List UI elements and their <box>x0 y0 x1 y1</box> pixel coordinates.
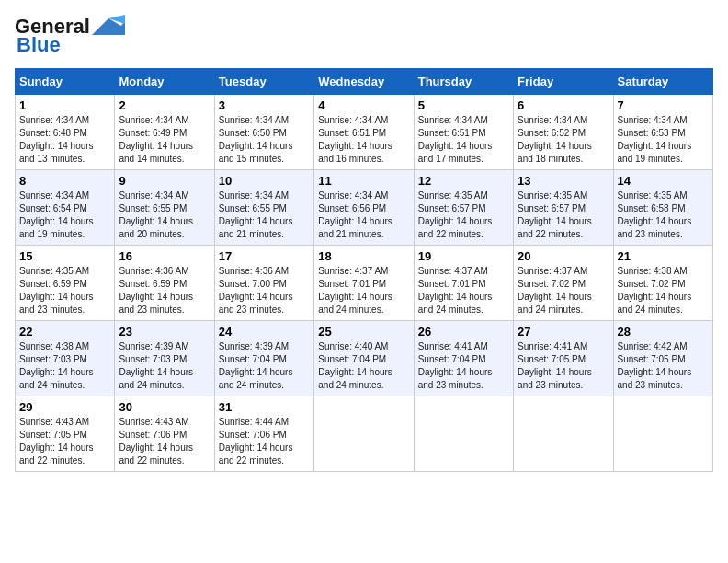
day-info: Sunrise: 4:40 AMSunset: 7:04 PMDaylight:… <box>318 341 392 390</box>
day-info: Sunrise: 4:34 AMSunset: 6:50 PMDaylight:… <box>219 115 293 164</box>
day-info: Sunrise: 4:36 AMSunset: 6:59 PMDaylight:… <box>119 266 193 315</box>
calendar-week-row: 8 Sunrise: 4:34 AMSunset: 6:54 PMDayligh… <box>16 170 713 246</box>
day-number: 13 <box>518 174 609 188</box>
calendar-week-row: 15 Sunrise: 4:35 AMSunset: 6:59 PMDaylig… <box>16 246 713 321</box>
calendar-cell: 13 Sunrise: 4:35 AMSunset: 6:57 PMDaylig… <box>514 170 613 246</box>
day-number: 8 <box>19 174 110 188</box>
day-info: Sunrise: 4:43 AMSunset: 7:06 PMDaylight:… <box>119 417 193 465</box>
day-info: Sunrise: 4:41 AMSunset: 7:05 PMDaylight:… <box>518 341 592 390</box>
day-info: Sunrise: 4:34 AMSunset: 6:55 PMDaylight:… <box>219 190 293 239</box>
day-info: Sunrise: 4:42 AMSunset: 7:05 PMDaylight:… <box>618 341 692 390</box>
day-info: Sunrise: 4:35 AMSunset: 6:59 PMDaylight:… <box>19 266 94 315</box>
day-info: Sunrise: 4:36 AMSunset: 7:00 PMDaylight:… <box>219 266 293 315</box>
calendar-cell: 29 Sunrise: 4:43 AMSunset: 7:05 PMDaylig… <box>16 396 115 472</box>
day-number: 24 <box>219 325 310 339</box>
header: General Blue <box>15 15 713 57</box>
day-info: Sunrise: 4:39 AMSunset: 7:04 PMDaylight:… <box>219 341 293 390</box>
day-number: 20 <box>518 249 609 263</box>
day-number: 21 <box>618 249 709 263</box>
day-number: 22 <box>19 325 110 339</box>
day-number: 25 <box>318 325 409 339</box>
day-number: 6 <box>518 98 609 112</box>
calendar-cell: 26 Sunrise: 4:41 AMSunset: 7:04 PMDaylig… <box>414 321 513 396</box>
day-info: Sunrise: 4:37 AMSunset: 7:01 PMDaylight:… <box>318 266 392 315</box>
day-info: Sunrise: 4:41 AMSunset: 7:04 PMDaylight:… <box>418 341 493 390</box>
logo-blue: Blue <box>17 33 61 57</box>
logo-icon <box>92 15 125 35</box>
calendar-cell: 4 Sunrise: 4:34 AMSunset: 6:51 PMDayligh… <box>314 95 414 170</box>
day-info: Sunrise: 4:38 AMSunset: 7:02 PMDaylight:… <box>618 266 692 315</box>
calendar-cell: 10 Sunrise: 4:34 AMSunset: 6:55 PMDaylig… <box>214 170 313 246</box>
day-info: Sunrise: 4:35 AMSunset: 6:57 PMDaylight:… <box>418 190 493 239</box>
day-number: 26 <box>418 325 509 339</box>
calendar-cell: 8 Sunrise: 4:34 AMSunset: 6:54 PMDayligh… <box>16 170 115 246</box>
weekday-header-row: SundayMondayTuesdayWednesdayThursdayFrid… <box>16 69 713 95</box>
calendar-week-row: 1 Sunrise: 4:34 AMSunset: 6:48 PMDayligh… <box>16 95 713 170</box>
day-number: 7 <box>618 98 709 112</box>
calendar: SundayMondayTuesdayWednesdayThursdayFrid… <box>15 68 713 472</box>
weekday-header: Sunday <box>16 69 115 95</box>
day-info: Sunrise: 4:35 AMSunset: 6:57 PMDaylight:… <box>518 190 592 239</box>
day-info: Sunrise: 4:37 AMSunset: 7:01 PMDaylight:… <box>418 266 493 315</box>
calendar-cell <box>414 396 513 472</box>
weekday-header: Tuesday <box>214 69 313 95</box>
day-info: Sunrise: 4:43 AMSunset: 7:05 PMDaylight:… <box>19 417 94 465</box>
day-number: 11 <box>318 174 409 188</box>
day-number: 19 <box>418 249 509 263</box>
calendar-cell: 5 Sunrise: 4:34 AMSunset: 6:51 PMDayligh… <box>414 95 513 170</box>
day-number: 3 <box>219 98 310 112</box>
weekday-header: Monday <box>115 69 214 95</box>
day-number: 29 <box>19 400 110 414</box>
day-number: 27 <box>518 325 609 339</box>
day-info: Sunrise: 4:34 AMSunset: 6:51 PMDaylight:… <box>418 115 493 164</box>
calendar-cell: 23 Sunrise: 4:39 AMSunset: 7:03 PMDaylig… <box>115 321 214 396</box>
day-info: Sunrise: 4:35 AMSunset: 6:58 PMDaylight:… <box>618 190 692 239</box>
day-info: Sunrise: 4:34 AMSunset: 6:48 PMDaylight:… <box>19 115 94 164</box>
day-info: Sunrise: 4:34 AMSunset: 6:51 PMDaylight:… <box>318 115 392 164</box>
day-info: Sunrise: 4:44 AMSunset: 7:06 PMDaylight:… <box>219 417 293 465</box>
day-number: 5 <box>418 98 509 112</box>
day-info: Sunrise: 4:38 AMSunset: 7:03 PMDaylight:… <box>19 341 94 390</box>
calendar-cell: 3 Sunrise: 4:34 AMSunset: 6:50 PMDayligh… <box>214 95 313 170</box>
calendar-cell: 25 Sunrise: 4:40 AMSunset: 7:04 PMDaylig… <box>314 321 414 396</box>
calendar-cell <box>514 396 613 472</box>
calendar-cell <box>613 396 712 472</box>
calendar-cell: 20 Sunrise: 4:37 AMSunset: 7:02 PMDaylig… <box>514 246 613 321</box>
calendar-cell: 2 Sunrise: 4:34 AMSunset: 6:49 PMDayligh… <box>115 95 214 170</box>
day-number: 10 <box>219 174 310 188</box>
calendar-cell: 31 Sunrise: 4:44 AMSunset: 7:06 PMDaylig… <box>214 396 313 472</box>
calendar-cell: 15 Sunrise: 4:35 AMSunset: 6:59 PMDaylig… <box>16 246 115 321</box>
day-number: 9 <box>119 174 210 188</box>
weekday-header: Thursday <box>414 69 513 95</box>
day-number: 12 <box>418 174 509 188</box>
day-info: Sunrise: 4:34 AMSunset: 6:49 PMDaylight:… <box>119 115 193 164</box>
day-number: 15 <box>19 249 110 263</box>
calendar-week-row: 22 Sunrise: 4:38 AMSunset: 7:03 PMDaylig… <box>16 321 713 396</box>
calendar-cell <box>314 396 414 472</box>
day-info: Sunrise: 4:34 AMSunset: 6:54 PMDaylight:… <box>19 190 94 239</box>
day-number: 2 <box>119 98 210 112</box>
calendar-cell: 7 Sunrise: 4:34 AMSunset: 6:53 PMDayligh… <box>613 95 712 170</box>
calendar-cell: 17 Sunrise: 4:36 AMSunset: 7:00 PMDaylig… <box>214 246 313 321</box>
day-number: 4 <box>318 98 409 112</box>
day-number: 23 <box>119 325 210 339</box>
calendar-cell: 28 Sunrise: 4:42 AMSunset: 7:05 PMDaylig… <box>613 321 712 396</box>
day-number: 28 <box>618 325 709 339</box>
logo: General Blue <box>15 15 125 57</box>
day-info: Sunrise: 4:34 AMSunset: 6:55 PMDaylight:… <box>119 190 193 239</box>
day-info: Sunrise: 4:34 AMSunset: 6:52 PMDaylight:… <box>518 115 592 164</box>
day-number: 14 <box>618 174 709 188</box>
calendar-cell: 16 Sunrise: 4:36 AMSunset: 6:59 PMDaylig… <box>115 246 214 321</box>
calendar-cell: 9 Sunrise: 4:34 AMSunset: 6:55 PMDayligh… <box>115 170 214 246</box>
calendar-cell: 24 Sunrise: 4:39 AMSunset: 7:04 PMDaylig… <box>214 321 313 396</box>
calendar-cell: 1 Sunrise: 4:34 AMSunset: 6:48 PMDayligh… <box>16 95 115 170</box>
calendar-cell: 21 Sunrise: 4:38 AMSunset: 7:02 PMDaylig… <box>613 246 712 321</box>
calendar-cell: 22 Sunrise: 4:38 AMSunset: 7:03 PMDaylig… <box>16 321 115 396</box>
day-number: 16 <box>119 249 210 263</box>
weekday-header: Wednesday <box>314 69 414 95</box>
day-number: 18 <box>318 249 409 263</box>
calendar-cell: 27 Sunrise: 4:41 AMSunset: 7:05 PMDaylig… <box>514 321 613 396</box>
calendar-cell: 6 Sunrise: 4:34 AMSunset: 6:52 PMDayligh… <box>514 95 613 170</box>
calendar-cell: 30 Sunrise: 4:43 AMSunset: 7:06 PMDaylig… <box>115 396 214 472</box>
day-number: 1 <box>19 98 110 112</box>
